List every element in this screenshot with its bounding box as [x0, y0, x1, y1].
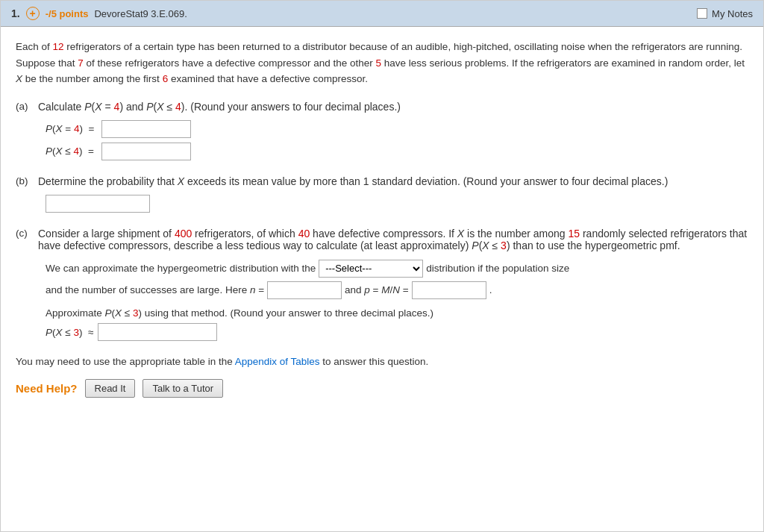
- intro-text: Each of: [16, 41, 53, 52]
- part-b-letter: (b): [16, 175, 38, 187]
- n12: 12: [53, 41, 64, 52]
- part-c-p-input[interactable]: [412, 281, 486, 299]
- part-b-input[interactable]: [46, 195, 150, 213]
- need-help-section: Need Help? Read It Talk to a Tutor: [16, 379, 748, 398]
- n6: 6: [163, 73, 169, 84]
- part-b: (b) Determine the probability that X exc…: [16, 175, 748, 213]
- part-a-header: (a) Calculate P(X = 4) and P(X ≤ 4). (Ro…: [16, 101, 748, 113]
- part-c-period: .: [489, 281, 492, 300]
- part-a-row2: P(X ≤ 4) =: [46, 143, 748, 160]
- part-b-header: (b) Determine the probability that X exc…: [16, 175, 748, 187]
- distribution-select[interactable]: ---Select--- binomial Poisson normal: [319, 260, 423, 278]
- problem-id: DevoreStat9 3.E.069.: [94, 8, 187, 19]
- part-a-input2[interactable]: [101, 143, 191, 160]
- part-c-line3-text1: and the number of successes are large. H…: [46, 281, 264, 300]
- question-number: 1.: [11, 7, 20, 19]
- question-header: 1. + -/5 points DevoreStat9 3.E.069. My …: [1, 1, 763, 27]
- part-a-input1[interactable]: [101, 120, 191, 138]
- header-left: 1. + -/5 points DevoreStat9 3.E.069.: [11, 7, 187, 20]
- part-c-block: We can approximate the hypergeometric di…: [46, 259, 748, 341]
- part-a-letter: (a): [16, 101, 38, 112]
- part-c-letter: (c): [16, 228, 38, 239]
- part-a-label1: P(X = 4) =: [46, 123, 97, 134]
- points-label: -/5 points: [46, 8, 89, 19]
- you-may-need-text: You may need to use the appropriate tabl…: [16, 356, 748, 367]
- text4: examined that have a defective compresso…: [168, 73, 368, 84]
- part-c-line2-text1: We can approximate the hypergeometric di…: [46, 259, 316, 278]
- part-c-approx-input[interactable]: [98, 323, 217, 341]
- n7: 7: [78, 57, 84, 69]
- text2: of these refrigerators have a defective …: [84, 57, 376, 69]
- part-c-approx-row: P(X ≤ 3) ≈: [46, 323, 748, 341]
- part-a-instruction: Calculate P(X = 4) and P(X ≤ 4). (Round …: [38, 101, 748, 113]
- part-c: (c) Consider a large shipment of 400 ref…: [16, 228, 748, 341]
- my-notes-label: My Notes: [712, 8, 753, 19]
- need-help-label: Need Help?: [16, 382, 78, 395]
- part-c-line2-text2: distribution if the population size: [426, 259, 569, 278]
- part-a-row1: P(X = 4) =: [46, 120, 748, 138]
- question-body: Each of 12 refrigerators of a certain ty…: [1, 27, 763, 410]
- part-c-approx-label: P(X ≤ 3) ≈: [46, 327, 93, 338]
- read-it-button[interactable]: Read It: [85, 379, 136, 398]
- plus-icon: +: [26, 7, 40, 20]
- part-a-label2: P(X ≤ 4) =: [46, 145, 97, 157]
- part-b-instruction: Determine the probability that X exceeds…: [38, 175, 748, 187]
- part-b-input-row: [46, 195, 748, 213]
- appendix-link[interactable]: Appendix of Tables: [235, 356, 320, 367]
- part-c-and-text: and p = M/N =: [345, 281, 409, 300]
- n5: 5: [376, 57, 382, 69]
- you-may-need-1: You may need to use the appropriate tabl…: [16, 356, 233, 367]
- talk-to-tutor-button[interactable]: Talk to a Tutor: [143, 379, 223, 398]
- you-may-need-2: to answer this question.: [322, 356, 428, 367]
- part-c-approx-instruction: Approximate P(X ≤ 3) using that method. …: [46, 307, 748, 319]
- problem-statement: Each of 12 refrigerators of a certain ty…: [16, 39, 748, 87]
- part-a: (a) Calculate P(X = 4) and P(X ≤ 4). (Ro…: [16, 101, 748, 160]
- my-notes-checkbox[interactable]: [697, 8, 707, 19]
- part-c-instruction: Consider a large shipment of 400 refrige…: [38, 228, 748, 251]
- part-c-header: (c) Consider a large shipment of 400 ref…: [16, 228, 748, 251]
- my-notes-section: My Notes: [697, 8, 753, 19]
- part-c-n-input[interactable]: [267, 281, 342, 299]
